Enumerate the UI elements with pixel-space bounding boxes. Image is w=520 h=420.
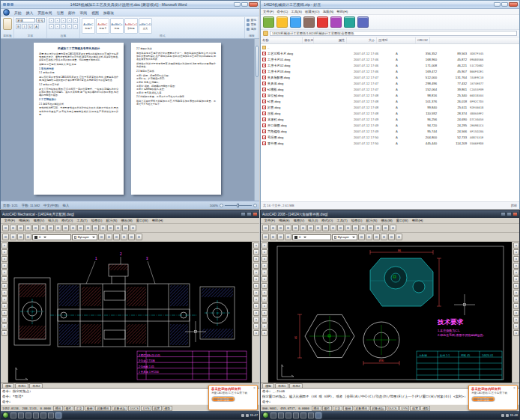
toolbar-icon[interactable] <box>330 16 342 28</box>
taskbar-app-icon[interactable] <box>10 413 16 419</box>
draw-tool-icon[interactable] <box>1 330 7 336</box>
column-header[interactable]: 属性 <box>314 37 347 43</box>
menu-item[interactable]: 帮助(H) <box>336 10 348 13</box>
status-toggle[interactable]: 线宽 <box>410 406 420 411</box>
modify-tool-icon[interactable] <box>253 317 259 323</box>
draw-tool-icon[interactable] <box>1 283 7 289</box>
layer-tool-icon[interactable] <box>2 234 9 240</box>
toolbar-icon[interactable] <box>315 225 321 231</box>
clock[interactable]: 15:48 <box>510 413 518 417</box>
bullets-icon[interactable] <box>49 18 54 23</box>
modify-tool-icon[interactable] <box>253 330 259 336</box>
taskbar-app-icon[interactable] <box>25 413 31 419</box>
toolbar-icon[interactable] <box>100 225 106 231</box>
status-item[interactable]: 中文(中国) <box>43 204 59 207</box>
toolbar-icon[interactable] <box>62 225 69 231</box>
toolbar-icon[interactable] <box>317 16 328 28</box>
modify-tool-icon[interactable] <box>253 270 259 276</box>
font-name-select[interactable]: 宋体 <box>16 18 35 22</box>
modify-tool-icon[interactable] <box>513 290 519 296</box>
draw-tool-icon[interactable] <box>1 296 7 302</box>
toolbar-icon[interactable] <box>130 225 136 231</box>
file-row[interactable]: 工序卡片03.dwg 2007-07-12 17:46 A 169,472 45… <box>261 68 519 74</box>
line-spacing-icon[interactable] <box>73 24 78 29</box>
style-tool-icon[interactable] <box>106 234 112 240</box>
toolbar-icon[interactable] <box>300 225 306 231</box>
clock[interactable]: 15:47 <box>250 413 258 417</box>
file-row[interactable]: 工序卡片02.dwg 2007-07-12 17:46 A 171,008 46… <box>261 62 519 68</box>
menu-item[interactable]: 修改(M) <box>119 219 134 222</box>
file-row[interactable]: 毛坯图.dwg 2007-07-12 17:50 A 204,800 52,73… <box>261 134 519 140</box>
menu-item[interactable]: 命令(C) <box>276 10 288 13</box>
status-toggle[interactable]: 捕捉 <box>312 406 321 411</box>
modify-tool-icon[interactable] <box>253 283 259 289</box>
toolbar-icon[interactable] <box>344 16 355 28</box>
menu-item[interactable]: 编辑(E) <box>16 219 31 222</box>
toolbar-icon[interactable] <box>55 225 61 231</box>
vertical-scrollbar[interactable] <box>254 39 259 201</box>
menu-item[interactable]: 窗口(W) <box>394 219 410 222</box>
layer-tool-icon[interactable] <box>277 234 284 240</box>
start-button[interactable] <box>2 412 9 419</box>
modify-tool-icon[interactable] <box>513 296 519 302</box>
ribbon-tab[interactable]: 页面布局 <box>35 10 54 16</box>
modify-tool-icon[interactable] <box>253 290 259 296</box>
draw-tool-icon[interactable] <box>261 263 267 269</box>
toolbar-icon[interactable] <box>367 225 374 231</box>
file-row[interactable]: 支承钉.dwg 2007-07-12 17:49 A 96,256 24,690… <box>261 116 519 122</box>
maximize-button[interactable] <box>241 2 248 7</box>
toolbar-icon[interactable] <box>285 225 291 231</box>
modify-tool-icon[interactable] <box>253 323 259 329</box>
file-row[interactable]: 工艺过程卡片.dwg 2007-07-12 17:46 A 356,352 89… <box>261 50 519 56</box>
modify-tool-icon[interactable] <box>513 317 519 323</box>
toolbar-icon[interactable] <box>276 16 288 28</box>
draw-tool-icon[interactable] <box>261 323 267 329</box>
toolbar-icon[interactable] <box>337 225 344 231</box>
toolbar-icon[interactable] <box>122 225 129 231</box>
menu-item[interactable]: 绘图(D) <box>349 219 364 222</box>
status-toggle[interactable]: 对象追踪 <box>112 406 127 411</box>
menu-item[interactable]: 修改(M) <box>379 219 394 222</box>
file-row[interactable]: 工序卡片01.dwg 2007-07-12 17:46 A 168,960 45… <box>261 56 519 62</box>
maximize-button[interactable] <box>507 212 512 216</box>
document-area[interactable]: 机械加工工艺规程及专用夹具设计摘要:本次设计的主要内容是CA6140车床拨叉零件… <box>1 39 259 201</box>
menu-item[interactable]: 选项(N) <box>322 10 333 13</box>
file-row[interactable]: 定位销.dwg 2007-07-12 17:48 A 98,816 25,340… <box>261 92 519 98</box>
drawing-canvas[interactable]: 1 2 3 <box>8 242 252 383</box>
taskbar-app-icon[interactable] <box>293 413 299 419</box>
draw-tool-icon[interactable] <box>261 243 267 249</box>
toolbar-icon[interactable] <box>360 225 366 231</box>
status-toggle[interactable]: 栅格 <box>64 406 73 411</box>
draw-tool-icon[interactable] <box>1 323 7 329</box>
modify-tool-icon[interactable] <box>513 310 519 316</box>
toolbar-icon[interactable] <box>107 225 114 231</box>
redo-icon[interactable] <box>10 3 13 6</box>
minimize-button[interactable] <box>501 212 506 216</box>
menu-item[interactable]: 插入(I) <box>306 219 320 222</box>
taskbar-app-icon[interactable] <box>40 413 46 419</box>
style-tool-icon[interactable] <box>121 234 127 240</box>
numbering-icon[interactable] <box>55 18 60 23</box>
toolbar-icon[interactable] <box>382 225 389 231</box>
maximize-button[interactable] <box>501 2 508 7</box>
ribbon-tab[interactable]: 邮件 <box>66 10 78 16</box>
toolbar-icon[interactable] <box>263 16 274 28</box>
file-row[interactable]: 钻套.dwg 2007-07-12 17:48 A 101,376 26,018… <box>261 98 519 104</box>
show-marks-icon[interactable] <box>73 18 78 23</box>
align-center-icon[interactable] <box>55 24 60 29</box>
menu-item[interactable]: 工具(T) <box>75 219 89 222</box>
folder-up-icon[interactable] <box>263 31 268 36</box>
modify-tool-icon[interactable] <box>513 283 519 289</box>
taskbar-app-icon[interactable] <box>18 413 24 419</box>
modify-tool-icon[interactable] <box>513 330 519 336</box>
layer-tool-icon[interactable] <box>25 234 31 240</box>
menu-item[interactable]: 文件(F) <box>262 219 276 222</box>
menu-item[interactable]: 绘图(D) <box>89 219 104 222</box>
status-toggle[interactable]: DYN <box>399 406 409 411</box>
style-tool-icon[interactable] <box>113 234 120 240</box>
toolbar-icon[interactable] <box>345 225 351 231</box>
draw-tool-icon[interactable] <box>1 249 7 255</box>
status-toggle[interactable]: 对象捕捉 <box>354 406 369 411</box>
zoom-in-button[interactable] <box>253 204 257 207</box>
tray-icon[interactable] <box>246 414 249 417</box>
